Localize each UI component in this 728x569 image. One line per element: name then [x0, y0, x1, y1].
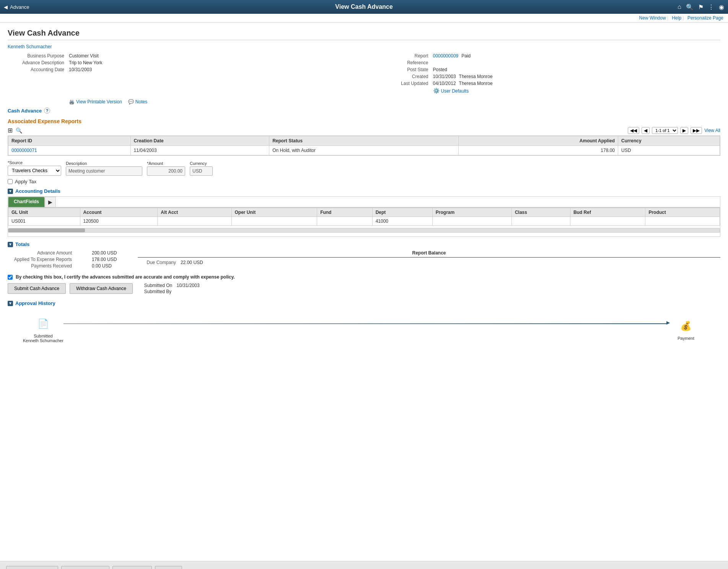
- first-page-button[interactable]: ◀◀: [628, 127, 639, 134]
- submitted-by-label: Submitted By: [144, 289, 171, 294]
- personalize-link[interactable]: Personalize Page: [687, 15, 723, 21]
- approval-history-toggle[interactable]: ▼: [8, 301, 13, 306]
- table-row: 0000000071 11/04/2003 On Hold, with Audi…: [8, 146, 720, 155]
- cell-gl-unit: US001: [8, 217, 80, 226]
- back-label: Advance: [10, 4, 29, 10]
- apply-tax-checkbox[interactable]: [8, 179, 13, 184]
- page-selector[interactable]: 1-1 of 1: [652, 127, 678, 134]
- col-account: Account: [80, 208, 158, 217]
- expense-reports-table: Report ID Creation Date Report Status Am…: [8, 136, 720, 155]
- withdraw-cash-advance-button[interactable]: Withdraw Cash Advance: [70, 283, 133, 294]
- return-to-search-button[interactable]: Return to Search: [6, 566, 58, 569]
- source-select[interactable]: Travelers Checks Cash Other: [8, 166, 61, 176]
- menu-icon[interactable]: ⋮: [708, 3, 714, 11]
- certification-checkbox[interactable]: [8, 275, 13, 280]
- approval-history-title: Approval History: [15, 300, 55, 306]
- page-title: View Cash Advance: [8, 29, 720, 37]
- previous-in-list-button[interactable]: Previous in List: [61, 566, 109, 569]
- submitted-on-label: Submitted On: [144, 283, 172, 288]
- horizontal-scrollbar[interactable]: [8, 228, 720, 233]
- new-window-link[interactable]: New Window: [639, 15, 666, 21]
- user-defaults-link[interactable]: User Defaults: [441, 88, 469, 94]
- advance-description-value: Trip to New York: [69, 60, 103, 65]
- created-label: Created: [372, 74, 433, 79]
- created-date: 10/31/2003: [433, 74, 456, 79]
- flag-icon[interactable]: ⚑: [698, 3, 704, 11]
- source-group: *Source Travelers Checks Cash Other: [8, 160, 61, 176]
- advance-amount-row: Advance Amount 200.00 USD: [8, 250, 122, 256]
- table-grid-icon[interactable]: ⊞: [8, 127, 13, 134]
- view-all-link[interactable]: View All: [704, 128, 720, 133]
- submitted-by-row: Submitted By: [144, 289, 200, 294]
- accounting-header-row: GL Unit Account Alt Acct Oper Unit Fund …: [8, 208, 720, 217]
- notes-link[interactable]: 💬 Notes: [128, 99, 147, 104]
- bottom-nav: Return to Search Previous in List Next i…: [0, 561, 728, 569]
- submit-cash-advance-button[interactable]: Submit Cash Advance: [8, 283, 66, 294]
- col-program: Program: [432, 208, 511, 217]
- page-header-title: View Cash Advance: [335, 3, 393, 10]
- applied-row: Applied To Expense Reports 178.00 USD: [8, 257, 122, 262]
- description-input[interactable]: [66, 166, 142, 176]
- advance-description-row: Advance Description Trip to New York: [8, 60, 357, 65]
- associated-expense-reports-title: Associated Expense Reports: [8, 118, 720, 124]
- col-class: Class: [511, 208, 570, 217]
- last-page-button[interactable]: ▶▶: [691, 127, 702, 134]
- created-by: Theresa Monroe: [459, 74, 493, 79]
- table-toolbar-left: ⊞ 🔍: [8, 127, 22, 134]
- description-label: Description: [66, 161, 142, 166]
- amount-input[interactable]: [147, 166, 185, 176]
- post-state-row: Post State Posted: [372, 67, 721, 72]
- table-search-icon[interactable]: 🔍: [16, 127, 22, 134]
- approval-timeline: 📄 SubmittedKenneth Schumacher 💰 Payment: [8, 308, 720, 351]
- cell-oper-unit: [231, 217, 317, 226]
- col-creation-date: Creation Date: [130, 136, 269, 146]
- report-row: Report 0000000009 Paid: [372, 53, 721, 59]
- home-icon[interactable]: ⌂: [678, 3, 681, 10]
- search-icon[interactable]: 🔍: [686, 3, 694, 11]
- col-bud-ref: Bud Ref: [570, 208, 645, 217]
- totals-title: Totals: [15, 241, 29, 247]
- cell-creation-date: 11/04/2003: [130, 146, 269, 155]
- cell-class: [511, 217, 570, 226]
- next-page-button[interactable]: ▶: [680, 127, 688, 134]
- info-section: Business Purpose Customer Visit Advance …: [8, 53, 720, 95]
- cash-advance-help-icon[interactable]: ?: [44, 108, 50, 114]
- main-content: View Cash Advance Kenneth Schumacher Bus…: [0, 23, 728, 561]
- col-alt-acct: Alt Acct: [158, 208, 231, 217]
- advance-amount-label: Advance Amount: [8, 250, 77, 256]
- applied-value: 178.00 USD: [92, 257, 122, 262]
- person-name: Kenneth Schumacher: [8, 44, 720, 49]
- prev-page-button[interactable]: ◀: [642, 127, 650, 134]
- table-header-row: Report ID Creation Date Report Status Am…: [8, 136, 720, 146]
- totals-grid: Advance Amount 200.00 USD Applied To Exp…: [8, 250, 720, 270]
- next-in-list-button[interactable]: Next in List: [112, 566, 151, 569]
- view-printable-link[interactable]: 🖨️ View Printable Version: [69, 99, 122, 104]
- back-button[interactable]: ◀ Advance: [4, 4, 29, 10]
- accounting-date-value: 10/31/2003: [69, 67, 92, 72]
- accounting-date-row: Accounting Date 10/31/2003: [8, 67, 357, 72]
- col-report-status: Report Status: [269, 136, 459, 146]
- report-id[interactable]: 0000000009: [433, 53, 459, 59]
- report-label: Report: [372, 53, 433, 59]
- currency-label: Currency: [190, 161, 213, 166]
- totals-toggle[interactable]: ▼: [8, 242, 13, 247]
- cash-advance-label: Cash Advance: [8, 108, 42, 114]
- approval-history-section: ▼ Approval History 📄 SubmittedKenneth Sc…: [8, 300, 720, 351]
- totals-left: Advance Amount 200.00 USD Applied To Exp…: [8, 250, 122, 270]
- business-purpose-label: Business Purpose: [8, 53, 69, 59]
- tab-chartfields[interactable]: ChartFields: [8, 197, 45, 207]
- cell-report-id[interactable]: 0000000071: [8, 146, 131, 155]
- header-icons: ⌂ 🔍 ⚑ ⋮ ◉: [678, 3, 724, 11]
- table-toolbar: ⊞ 🔍 ◀◀ ◀ 1-1 of 1 ▶ ▶▶ View All: [8, 127, 720, 134]
- cell-dept: 41000: [372, 217, 432, 226]
- tab-expand-button[interactable]: ▶: [45, 197, 56, 207]
- circle-icon[interactable]: ◉: [719, 3, 724, 11]
- notify-button[interactable]: Notify: [155, 566, 182, 569]
- certification-text: By checking this box, I certify the adva…: [16, 274, 235, 280]
- payments-label: Payments Received: [8, 263, 77, 269]
- accounting-details-container: ChartFields ▶ GL Unit Account Alt Acct O…: [8, 196, 720, 237]
- help-link[interactable]: Help: [672, 15, 681, 21]
- cell-amount-applied: 178.00: [459, 146, 618, 155]
- accounting-details-toggle[interactable]: ▼: [8, 189, 13, 194]
- report-balance-divider: [138, 257, 720, 258]
